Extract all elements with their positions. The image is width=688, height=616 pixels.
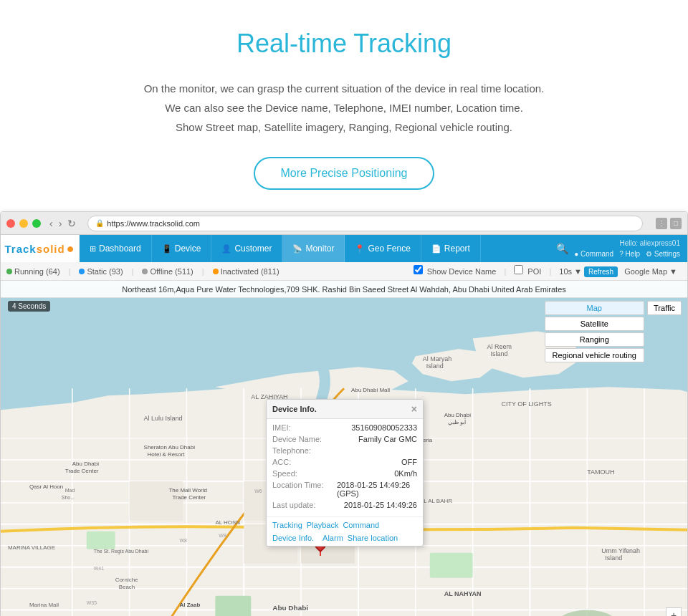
show-device-checkbox[interactable] [414,265,423,274]
running-dot [6,269,12,274]
poi-label: POI [527,267,541,276]
svg-text:Beach: Beach [119,584,135,590]
svg-text:Abu Dhabi Mall: Abu Dhabi Mall [351,387,390,393]
speed-value: 0Km/h [394,469,417,478]
popup-footer: Tracking Playback Command Device Info. A… [267,516,423,546]
nav-username: aliexpress01 [640,239,680,247]
svg-text:AL NAHYAN: AL NAHYAN [444,590,482,597]
popup-link-command[interactable]: Command [343,521,379,529]
popup-row-location-time: Location Time: 2018-01-25 14:49:26 (GPS) [272,481,417,498]
svg-text:Marina Mall: Marina Mall [29,602,59,608]
nav-report[interactable]: 📄 Report [421,235,481,262]
browser-forward-arrow[interactable]: › [57,218,64,229]
popup-link-tracking[interactable]: Tracking [272,521,302,529]
chrome-action-icon-1[interactable]: ⋮ [656,218,667,229]
popup-row-device-name: Device Name: Family Car GMC [272,435,417,443]
filter-offline[interactable]: Offline (511) [142,267,193,276]
monitor-icon: 📡 [292,244,302,254]
popup-link-share[interactable]: Share location [348,534,398,542]
logo-solid: solid [37,243,65,255]
logo-dot: ● [67,241,75,256]
chrome-action-icon-2[interactable]: □ [670,218,682,229]
browser-close-btn[interactable] [6,219,15,228]
filter-static[interactable]: Static (93) [79,267,123,276]
desc-line2: We can also see the Device name, Telepho… [165,102,523,114]
map-type-selector[interactable]: Google Map ▼ [624,267,677,276]
popup-body: IMEI: 351609080052333 Device Name: Famil… [267,419,423,516]
dashboard-icon: ⊞ [90,244,96,254]
last-update-value: 2018-01-25 14:49:26 [344,501,417,509]
logo-track: Track [4,243,36,255]
device-info-popup: Device Info. × IMEI: 351609080052333 Dev… [266,399,424,547]
map-info-bar: Northeast 16m,Aqua Pure Water Technologi… [1,281,687,298]
traffic-button[interactable]: Traffic [647,301,682,315]
nav-customer[interactable]: 👤 Customer [211,235,282,262]
acc-label: ACC: [272,458,337,466]
nav-help[interactable]: ? Help [619,249,640,259]
popup-row-imei: IMEI: 351609080052333 [272,423,417,432]
inactive-dot [213,269,219,274]
chrome-actions: ⋮ □ [656,218,682,229]
map-container: Al Lulu Island AL ZAHIYAH Al Maryah Isla… [1,281,687,616]
browser-minimize-btn[interactable] [19,219,28,228]
static-dot [79,269,85,274]
filter-inactive-label: Inactivated (811) [221,267,280,276]
cta-button[interactable]: More Precise Positioning [254,157,435,190]
refresh-button[interactable]: Refresh [584,266,618,277]
popup-link-device-info[interactable]: Device Info. [272,534,314,542]
page-description: On the monitor, we can grasp the current… [14,79,674,137]
popup-title: Device Info. [272,405,317,413]
popup-row-speed: Speed: 0Km/h [272,469,417,478]
popup-link-playback[interactable]: Playback [307,521,339,529]
filter-running[interactable]: Running (64) [6,267,60,276]
popup-header: Device Info. × [267,400,423,419]
poi-checkbox[interactable] [514,265,523,274]
app-navbar: Tracksolid ● ⊞ Dashboard 📱 Device 👤 Cust… [1,235,687,262]
popup-link-alarm[interactable]: Alarm [322,534,343,542]
map-btn-map[interactable]: Map [545,301,644,315]
nav-monitor[interactable]: 📡 Monitor [282,235,345,262]
svg-text:W35: W35 [87,600,97,605]
page-title: Real-time Tracking [14,29,674,59]
customer-icon: 👤 [221,244,231,254]
nav-dashboard-label: Dashboard [99,244,141,254]
svg-rect-24 [430,553,473,578]
svg-text:Al Reem: Al Reem [487,343,512,350]
map-btn-satellite[interactable]: Satellite [545,317,644,331]
svg-text:Trade Center: Trade Center [173,494,206,501]
svg-text:أبو ظبي: أبو ظبي [448,418,466,425]
address-bar[interactable]: 🔒 https://www.tracksolid.com [87,216,643,231]
zoom-in-button[interactable]: + [666,607,682,616]
nav-command[interactable]: ● Command [574,249,613,259]
filter-inactive[interactable]: Inactivated (811) [213,267,280,276]
interval-selector[interactable]: 10s ▼ [559,267,582,276]
map-btn-regional[interactable]: Regional vehicle routing [545,348,644,362]
telephone-label: Telephone: [272,446,337,455]
svg-text:Al Maryah: Al Maryah [423,355,452,362]
svg-text:Abu Dhabi: Abu Dhabi [444,412,471,418]
device-icon: 📱 [162,244,172,254]
svg-text:CITY OF LIGHTS: CITY OF LIGHTS [502,400,552,408]
svg-text:Umm Yifenah: Umm Yifenah [601,547,640,554]
nav-device-label: Device [175,244,201,254]
popup-close-button[interactable]: × [411,403,417,415]
browser-back-arrow[interactable]: ‹ [48,218,54,229]
browser-refresh-arrow[interactable]: ↻ [66,218,77,229]
browser-maximize-btn[interactable] [32,219,41,228]
nav-search-icon[interactable]: 🔍 [556,243,568,254]
svg-text:W41: W41 [94,566,104,571]
nav-geofence[interactable]: 📍 Geo Fence [345,235,421,262]
nav-report-label: Report [444,244,470,254]
nav-dashboard[interactable]: ⊞ Dashboard [80,235,152,262]
nav-device[interactable]: 📱 Device [152,235,212,262]
offline-dot [142,269,148,274]
nav-settings[interactable]: ⚙ Settings [646,249,680,259]
imei-label: IMEI: [272,423,337,432]
report-icon: 📄 [431,244,441,254]
filter-running-label: Running (64) [14,267,60,276]
svg-text:AL HOSN: AL HOSN [215,519,240,526]
nav-monitor-label: Monitor [305,244,334,254]
desc-line1: On the monitor, we can grasp the current… [144,82,545,95]
map-btn-ranging[interactable]: Ranging [545,332,644,347]
browser-mockup: ‹ › ↻ 🔒 https://www.tracksolid.com ⋮ □ T… [0,211,688,616]
